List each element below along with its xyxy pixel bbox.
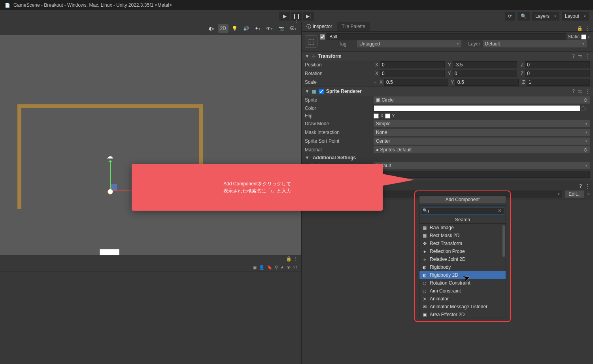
flip-y[interactable]: [385, 113, 390, 119]
camera-toggle[interactable]: 📷: [276, 24, 287, 33]
layer-dropdown[interactable]: Default: [483, 40, 587, 47]
order-field[interactable]: [374, 171, 590, 178]
lock-icon[interactable]: 🔒: [286, 256, 292, 262]
rot-y[interactable]: [453, 70, 517, 77]
help-icon[interactable]: ?: [579, 183, 582, 189]
scene-toolbar: ⋮ ◐ 2D 💡 🔊 ✦ 👁 📷 ⦿: [0, 22, 301, 35]
active-checkbox[interactable]: [320, 34, 325, 40]
result-item[interactable]: ◌Aim Constraint: [419, 287, 506, 295]
result-item[interactable]: ▣Area Effector 2D: [419, 311, 506, 317]
edit-button[interactable]: Edit...: [565, 190, 584, 198]
visibility-dropdown[interactable]: 👁: [264, 24, 275, 33]
pos-z[interactable]: [525, 61, 590, 68]
panel-menu-icon[interactable]: ⋮: [293, 17, 299, 24]
layout-dropdown[interactable]: Layout: [562, 12, 589, 21]
component-icon: ▣: [422, 312, 427, 317]
panel-menu-icon[interactable]: ⋮: [293, 256, 298, 262]
menu-icon[interactable]: ⋮: [585, 183, 590, 189]
console-icon[interactable]: 👤: [259, 265, 264, 270]
2d-toggle[interactable]: 2D: [218, 24, 229, 33]
component-icon: ✉: [422, 304, 427, 309]
pos-y[interactable]: [453, 61, 517, 68]
audio-toggle[interactable]: 🔊: [241, 24, 251, 33]
undo-history-button[interactable]: ⟳: [505, 12, 515, 21]
gizmos-dropdown[interactable]: ⦿: [287, 24, 299, 33]
preset-icon[interactable]: ⇆: [578, 53, 582, 59]
flip-label: Flip: [305, 113, 372, 119]
result-item[interactable]: ●Reflection Probe: [419, 247, 506, 255]
add-component-button[interactable]: Add Component: [419, 195, 506, 204]
ball-sprite[interactable]: [108, 189, 113, 194]
result-item[interactable]: ◐Rigidbody: [419, 263, 506, 271]
menu-icon[interactable]: ⋮: [585, 53, 590, 59]
paddle-sprite[interactable]: [100, 249, 119, 255]
scl-z[interactable]: [527, 79, 590, 86]
fold-icon[interactable]: ▼: [305, 89, 310, 94]
result-item[interactable]: ⟡Relative Joint 2D: [419, 255, 506, 263]
tag-dropdown[interactable]: Untagged: [357, 40, 461, 47]
console-icon[interactable]: ▣: [253, 265, 257, 270]
menu-icon[interactable]: ⋮: [585, 89, 590, 94]
help-icon[interactable]: ?: [572, 53, 575, 59]
fold-icon[interactable]: ▼: [305, 53, 310, 59]
help-icon[interactable]: ?: [572, 89, 575, 94]
search-title: Search: [419, 216, 506, 224]
object-name-field[interactable]: [327, 33, 566, 40]
material-field[interactable]: ● Sprites-Default⊙: [374, 146, 590, 153]
static-dropdown[interactable]: [588, 34, 590, 40]
tab-inspector[interactable]: ⓘInspector: [302, 22, 337, 31]
shading-dropdown[interactable]: ◐: [206, 24, 217, 33]
console-icon[interactable]: 🔖: [267, 265, 272, 270]
play-button[interactable]: ▶: [279, 12, 290, 21]
component-icon: ◌: [422, 289, 427, 294]
tag-label: Tag: [339, 41, 355, 47]
slider-icon[interactable]: ≡: [587, 191, 590, 197]
result-item[interactable]: ✥Rect Transform: [419, 240, 506, 247]
result-item[interactable]: ◌Rotation Constraint: [419, 279, 506, 287]
sortlayer-dropdown[interactable]: Default: [374, 162, 590, 169]
eye-icon[interactable]: 👁: [287, 265, 291, 270]
lock-icon[interactable]: 🔒: [577, 26, 583, 31]
panel-menu-icon[interactable]: ⋮: [585, 26, 590, 31]
drawmode-dropdown[interactable]: Simple: [374, 120, 590, 127]
search-button[interactable]: 🔍: [517, 12, 530, 21]
component-icon: ●: [422, 249, 427, 254]
result-item[interactable]: ✉Animator Message Listener: [419, 303, 506, 311]
scl-x[interactable]: [384, 79, 448, 86]
scrollbar[interactable]: [502, 225, 505, 257]
tab-tile-palette[interactable]: Tile Palette: [337, 22, 370, 31]
pos-x[interactable]: [380, 61, 445, 68]
result-item[interactable]: ≻Animator: [419, 295, 506, 303]
layers-dropdown[interactable]: Layers: [532, 12, 559, 21]
color-field[interactable]: [374, 105, 580, 111]
component-search-input[interactable]: [421, 207, 504, 215]
component-icon: ⟡: [422, 257, 427, 262]
gameobject-icon[interactable]: ⬚: [305, 35, 317, 48]
step-button[interactable]: ▶|: [303, 12, 314, 21]
component-enable[interactable]: [319, 89, 324, 94]
flip-x[interactable]: [374, 113, 379, 119]
color-label: Color: [305, 106, 372, 111]
transform-component: ▼ ⊹ Transform ?⇆⋮ Position XYZ Rotation …: [302, 51, 593, 87]
sprite-field[interactable]: ▣ Circle⊙: [374, 96, 590, 104]
clear-icon[interactable]: ✕: [498, 208, 502, 213]
drawmode-label: Draw Mode: [305, 121, 372, 126]
result-label: Rect Mask 2D: [430, 233, 459, 238]
search-icon: 🔍: [423, 208, 427, 213]
console-icon[interactable]: ⚲: [275, 265, 278, 270]
fx-dropdown[interactable]: ✦: [252, 24, 263, 33]
constrain-icon[interactable]: ⟑: [374, 79, 376, 85]
result-item[interactable]: ▦Rect Mask 2D: [419, 232, 506, 240]
result-item[interactable]: ▦Raw Image: [419, 224, 506, 232]
console-icon[interactable]: ★: [280, 265, 284, 270]
static-checkbox[interactable]: [581, 34, 586, 40]
rot-x[interactable]: [380, 70, 445, 77]
mask-dropdown[interactable]: None: [374, 129, 590, 136]
light-toggle[interactable]: 💡: [229, 24, 240, 33]
preset-icon[interactable]: ⇆: [578, 89, 582, 94]
rot-z[interactable]: [525, 70, 590, 77]
sortpoint-dropdown[interactable]: Center: [374, 138, 590, 145]
component-icon: ◐: [422, 273, 427, 278]
scl-y[interactable]: [455, 79, 519, 86]
scene-viewport[interactable]: ☁: [0, 35, 301, 255]
